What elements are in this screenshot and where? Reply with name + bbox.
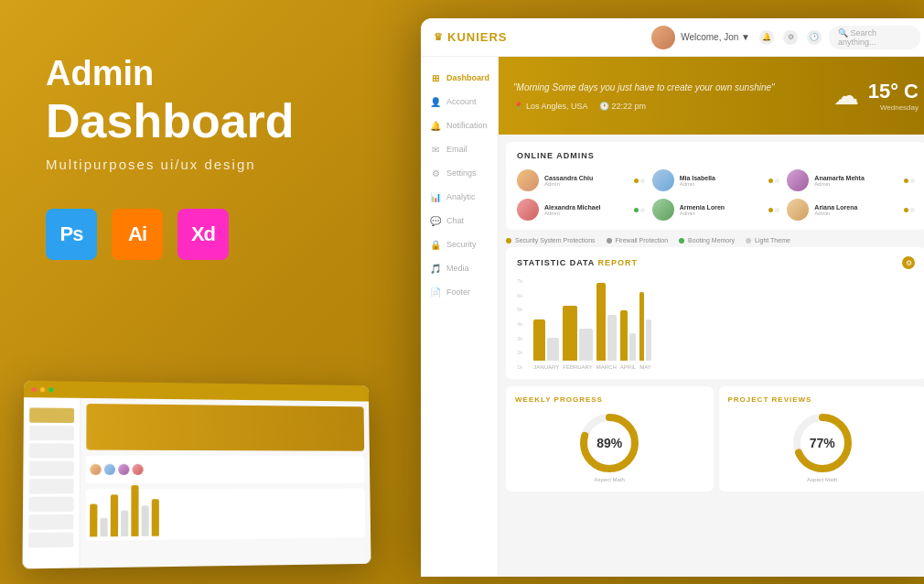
bar-gray-mar xyxy=(607,315,617,361)
subtitle: Multipurposes ui/ux design xyxy=(46,157,375,172)
small-admins-bar xyxy=(86,456,364,484)
admin-avatar-3 xyxy=(787,169,809,191)
small-sidebar-item xyxy=(29,426,74,441)
chart-card: STATISTIC DATA REPORT ⚙ 7k 6k 5k 4k 3k 2… xyxy=(506,247,924,379)
admin-info-5: Armenia Loren Admin xyxy=(680,204,764,216)
sidebar-item-label: Dashboard xyxy=(446,73,489,82)
bar-gold-may xyxy=(639,292,644,361)
admin-role-1: Admin xyxy=(544,181,629,187)
admin-item-4: Alexandra Michael Admin xyxy=(517,199,645,221)
sidebar-item-dashboard[interactable]: ⊞ Dashboard xyxy=(421,66,498,90)
chart-area: 7k 6k 5k 4k 3k 2k 1k xyxy=(517,278,915,370)
location-text: 📍 Los Angles, USA xyxy=(513,102,588,111)
small-preview-body xyxy=(22,397,371,568)
bar-gold-jan xyxy=(533,319,545,361)
project-label: Aspect Math xyxy=(807,477,837,482)
admin-name-3: Anamarfa Mehta xyxy=(814,175,898,181)
admin-role-6: Admin xyxy=(814,211,898,216)
status-dot xyxy=(910,208,915,212)
small-chart-area xyxy=(86,489,366,541)
small-bar xyxy=(152,499,159,536)
admin-name-2: Mia Isabella xyxy=(680,175,764,181)
sidebar-item-analytic[interactable]: 📊 Analytic xyxy=(421,185,498,209)
chart-title: STATISTIC DATA REPORT xyxy=(517,258,638,267)
status-dot xyxy=(904,178,908,183)
admin-info-2: Mia Isabella Admin xyxy=(680,175,764,187)
sidebar-item-email[interactable]: ✉ Email xyxy=(421,137,498,161)
weather-quote: "Morning Some days you just have to crea… xyxy=(513,81,824,94)
project-donut-wrapper: 77% Aspect Math xyxy=(728,411,918,482)
dot-red xyxy=(31,387,36,392)
admin-role-3: Admin xyxy=(814,181,898,187)
admin-avatar-5 xyxy=(652,199,674,221)
bar-group-feb: FEBRUARY xyxy=(563,306,593,370)
bar-chart: JANUARY FEBRUARY xyxy=(530,278,654,370)
sidebar-item-settings[interactable]: ⚙ Settings xyxy=(421,161,498,185)
legend-label-4: Light Theme xyxy=(755,237,790,243)
chart-header: STATISTIC DATA REPORT ⚙ xyxy=(517,256,915,269)
bar-group-mar: MARCH xyxy=(596,283,617,370)
admins-grid: Cassandra Chiu Admin Mia Isabella Admin xyxy=(517,169,915,221)
y-label-5k: 5k xyxy=(517,307,522,312)
sidebar-item-label: Account xyxy=(446,97,477,106)
sidebar-item-account[interactable]: 👤 Account xyxy=(421,90,498,114)
y-label-6k: 6k xyxy=(517,293,522,298)
bar-group-bars-mar xyxy=(596,283,617,361)
legend-item-1: Security System Protections xyxy=(506,237,596,243)
xd-icon: Xd xyxy=(177,209,229,260)
admin-item-1: Cassandra Chiu Admin xyxy=(517,169,645,191)
y-label-2k: 2k xyxy=(517,350,522,355)
status-dot xyxy=(775,178,779,183)
bar-gray-apr xyxy=(629,333,637,361)
admin-item-2: Mia Isabella Admin xyxy=(652,169,780,191)
security-icon: 🔒 xyxy=(430,239,441,250)
small-preview-mockup xyxy=(22,381,371,569)
sidebar-item-footer[interactable]: 📄 Footer xyxy=(421,280,498,304)
status-dot xyxy=(634,178,639,183)
search-bar[interactable]: 🔍 Search anything... xyxy=(829,26,920,49)
sidebar-item-notification[interactable]: 🔔 Notification xyxy=(421,114,498,137)
admin-info-1: Cassandra Chiu Admin xyxy=(544,175,629,187)
y-label-4k: 4k xyxy=(517,321,522,327)
small-sidebar-item xyxy=(29,443,74,459)
small-bar-gray xyxy=(121,511,128,537)
weekly-progress-highlight: PROGRESS xyxy=(554,395,603,404)
status-dot xyxy=(634,208,639,212)
admin-avatar-2 xyxy=(652,169,674,191)
sidebar-item-label: Chat xyxy=(446,216,464,225)
cloud-icon: ☁ xyxy=(833,81,859,111)
sidebar-item-security[interactable]: 🔒 Security xyxy=(421,233,498,256)
admin-dots-2 xyxy=(768,178,779,183)
bar-group-bars-jan xyxy=(533,319,559,361)
gear-icon[interactable]: ⚙ xyxy=(783,30,798,45)
admin-name-5: Armenia Loren xyxy=(680,204,764,211)
sidebar-item-chat[interactable]: 💬 Chat xyxy=(421,209,498,233)
small-sidebar-item xyxy=(29,461,74,476)
weekly-progress-title: WEEKLY PROGRESS xyxy=(515,395,704,404)
sidebar-item-label: Media xyxy=(446,264,469,273)
admin-info-4: Alexandra Michael Admin xyxy=(544,204,629,216)
sidebar-item-media[interactable]: 🎵 Media xyxy=(421,256,498,280)
clock-icon[interactable]: 🕐 xyxy=(807,30,822,45)
status-dot xyxy=(640,208,645,212)
project-reviews-highlight: REVIEWS xyxy=(772,395,812,404)
sidebar-item-label: Analytic xyxy=(446,192,476,201)
bar-group-may: MAY xyxy=(639,292,651,370)
admin-dots-3 xyxy=(904,178,915,183)
sidebar-item-label: Email xyxy=(446,145,467,154)
legend-item-3: Booting Memory xyxy=(679,237,735,243)
bell-icon[interactable]: 🔔 xyxy=(759,30,774,45)
status-dot xyxy=(640,178,645,183)
project-reviews-card: PROJECT REVIEWS 77% Aspect Mat xyxy=(719,386,925,492)
chart-settings-button[interactable]: ⚙ xyxy=(902,256,915,269)
weather-right: 15° C Wednesday xyxy=(868,80,919,112)
admin-role-2: Admin xyxy=(680,181,764,187)
media-icon: 🎵 xyxy=(430,263,441,274)
y-axis: 7k 6k 5k 4k 3k 2k 1k xyxy=(517,278,526,370)
status-dot xyxy=(768,208,773,212)
admin-dots-1 xyxy=(634,178,645,183)
legend-dot-2 xyxy=(607,238,612,243)
bar-label-jan: JANUARY xyxy=(533,364,559,370)
topbar: ♛ KUNIERS Welcome, Jon ▼ 🔔 ⚙ 🕐 🔍 Search … xyxy=(421,18,924,57)
bar-group-apr: APRIL xyxy=(620,310,636,370)
